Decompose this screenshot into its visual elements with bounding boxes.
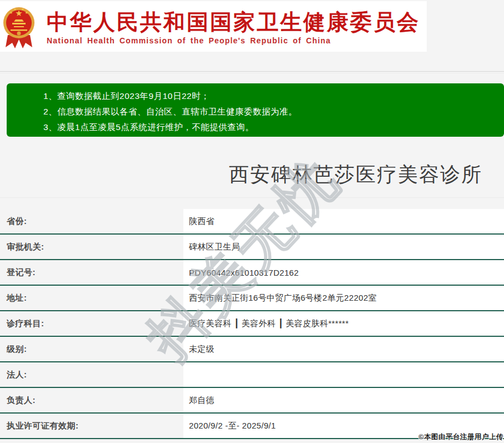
- header-title-cn: 中华人民共和国国家卫生健康委员会: [47, 10, 420, 34]
- row-value: PDY60442x61010317D2162: [183, 260, 504, 285]
- table-row-legal-person: 法人:: [0, 362, 504, 388]
- row-value: 西安市南关正街16号中贸广场6号楼2单元22202室: [183, 286, 504, 310]
- notice-line-2: 2、信息数据结果以各省、自治区、直辖市卫生健康委数据为准。: [43, 104, 504, 120]
- notice-line-1: 1、查询数据截止到2023年9月10日22时；: [43, 88, 504, 104]
- row-label: 省份:: [0, 209, 183, 233]
- row-value: 郑自德: [183, 388, 504, 412]
- page: ★ ★ ★ ★ ★ 中华人民共和国国家卫生健康委员会 National Heal…: [0, 0, 504, 443]
- row-label: 级别:: [0, 337, 183, 361]
- header-divider-shadow: [0, 73, 504, 73]
- row-label: 执业许可证有效期:: [0, 414, 183, 438]
- table-row-level: 级别: 未定级: [0, 337, 504, 362]
- header-title-en: National Health Commission of the People…: [47, 36, 331, 45]
- svg-text:★: ★: [21, 7, 24, 11]
- row-value: 碑林区卫生局: [183, 235, 504, 259]
- row-label: 审批机关:: [0, 235, 183, 259]
- notice-line-3: 3、凌晨1点至凌晨5点系统进行维护，不能提供查询。: [43, 120, 504, 135]
- row-value: 未定级: [183, 337, 504, 361]
- row-value: [183, 362, 504, 387]
- table-row-province: 省份: 陕西省: [0, 209, 504, 235]
- table-row-address: 地址: 西安市南关正街16号中贸广场6号楼2单元22202室: [0, 286, 504, 311]
- row-value: 医疗美容科 ┃ 美容外科 ┃ 美容皮肤科******: [183, 311, 504, 336]
- row-label: 负责人:: [0, 388, 183, 412]
- table-row-departments: 诊疗科目: 医疗美容科 ┃ 美容外科 ┃ 美容皮肤科******: [0, 311, 504, 337]
- notice-box: 1、查询数据截止到2023年9月10日22时； 2、信息数据结果以各省、自治区、…: [7, 83, 504, 137]
- row-label: 地址:: [0, 286, 183, 310]
- clinic-info-table: 省份: 陕西省 审批机关: 碑林区卫生局 登记号: PDY60442x61010…: [0, 209, 504, 439]
- table-row-person-in-charge: 负责人: 郑自德: [0, 388, 504, 414]
- svg-text:★: ★: [25, 11, 28, 14]
- table-row-registration-number: 登记号: PDY60442x61010317D2162: [0, 260, 504, 286]
- section-divider: [0, 197, 504, 198]
- row-label: 诊疗科目:: [0, 311, 183, 336]
- header-divider: [0, 71, 504, 72]
- row-label: 法人:: [0, 362, 183, 387]
- svg-text:★: ★: [13, 7, 17, 11]
- upload-attribution-note: ©本图由平台注册用户上传: [418, 432, 503, 442]
- clinic-name-title: 西安碑林芭莎医疗美容诊所: [229, 161, 482, 188]
- svg-text:★: ★: [9, 11, 13, 14]
- row-label: 登记号:: [0, 260, 183, 285]
- china-national-emblem-icon: ★ ★ ★ ★ ★: [3, 4, 35, 49]
- site-header: ★ ★ ★ ★ ★ 中华人民共和国国家卫生健康委员会 National Heal…: [0, 1, 427, 52]
- table-row-approval-authority: 审批机关: 碑林区卫生局: [0, 235, 504, 260]
- row-value: 陕西省: [183, 209, 504, 233]
